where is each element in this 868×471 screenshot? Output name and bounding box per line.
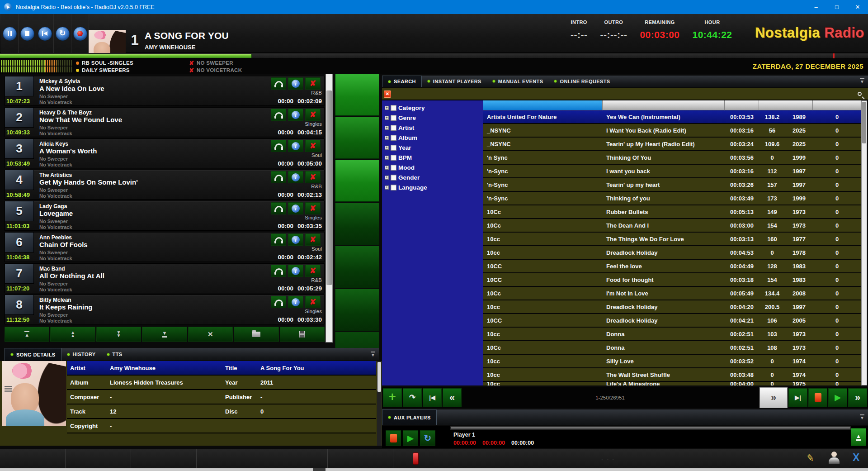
result-row[interactable]: 10CC Dreadlock Holiday 00:04:21 106 2005… <box>483 314 861 328</box>
clear-search-button[interactable]: ✕ <box>384 90 391 98</box>
playlist-scrollbar[interactable] <box>326 74 333 343</box>
autodj-button[interactable] <box>335 74 379 116</box>
previous-button[interactable] <box>36 14 54 53</box>
column-header[interactable] <box>759 100 785 110</box>
move-to-top-button[interactable]: ▲ <box>5 327 49 342</box>
details-scrollbar[interactable] <box>377 361 382 446</box>
add-to-playlist-button[interactable]: + <box>383 388 402 407</box>
tab-instant-players[interactable]: INSTANT PLAYERS <box>422 76 487 87</box>
first-page-button[interactable]: |◀ <box>423 388 442 407</box>
playlist-row[interactable]: 5 11:01:03 Lady Gaga Lovegame No Sweeper… <box>5 201 325 231</box>
collapse-aux-icon[interactable]: ▼ <box>860 414 864 420</box>
filter-checkbox[interactable] <box>391 135 396 141</box>
filter-tree-item-year[interactable]: + Year <box>382 143 483 152</box>
column-header[interactable] <box>785 100 813 110</box>
automated-button[interactable] <box>335 117 379 159</box>
tab-aux-players[interactable]: AUX PLAYERS <box>382 409 437 425</box>
expand-icon[interactable]: + <box>385 136 389 140</box>
last-page-button[interactable]: ▶| <box>788 388 807 407</box>
tab-song-details[interactable]: SONG DETAILS <box>5 348 61 361</box>
result-row[interactable]: 10cc Silly Love 00:03:52 0 1974 0 <box>483 355 861 368</box>
playlist-row[interactable]: 8 11:12:50 Bitty Mclean It Keeps Raining… <box>5 295 325 324</box>
playlist-row[interactable]: 4 10:58:49 The Artistics Get My Hands On… <box>5 170 325 200</box>
search-icon[interactable] <box>858 92 862 96</box>
aux-stop-button[interactable] <box>386 430 401 446</box>
preview-track-button[interactable] <box>271 265 286 277</box>
expand-icon[interactable]: + <box>385 126 389 130</box>
remove-track-button[interactable]: ✘ <box>305 202 321 214</box>
filter-checkbox[interactable] <box>391 125 396 131</box>
track-info-button[interactable]: i <box>288 233 303 246</box>
track-info-button[interactable]: i <box>288 77 303 90</box>
expand-icon[interactable]: + <box>385 146 389 150</box>
filter-checkbox[interactable] <box>391 155 396 161</box>
result-row[interactable]: 10Cc I'm Not In Love 00:05:49 134.4 2008… <box>483 287 861 300</box>
expand-icon[interactable]: + <box>385 116 389 120</box>
repeat-button[interactable]: ↻ <box>54 14 71 53</box>
playlist-row[interactable]: 6 11:04:38 Ann Peebles Chain Of Fools No… <box>5 232 325 262</box>
result-row[interactable]: 10cc Dreadlock Holiday 00:04:53 0 1978 0 <box>483 246 861 260</box>
column-header[interactable] <box>725 100 759 110</box>
remove-track-button[interactable]: ✘ <box>305 109 321 121</box>
filter-tree-item-artist[interactable]: + Artist <box>382 123 483 133</box>
move-to-bottom-button[interactable]: ▼ <box>142 327 187 342</box>
track-info-button[interactable]: i <box>288 109 303 121</box>
result-row[interactable]: _NSYNC Tearin' up My Heart (Radio Edit) … <box>483 138 861 151</box>
next-page-button[interactable]: » <box>760 387 788 408</box>
expand-icon[interactable]: + <box>385 176 389 180</box>
result-row[interactable]: 'n-Sync Tearin' up my heart 00:03:26 157… <box>483 178 861 192</box>
save-playlist-button[interactable] <box>280 327 325 342</box>
result-row[interactable]: 10Cc Donna 00:02:51 108 1973 0 <box>483 341 861 355</box>
preview-track-button[interactable] <box>271 140 286 152</box>
result-row[interactable]: 10Cc The Dean And I 00:03:00 154 1973 0 <box>483 219 861 233</box>
preview-track-button[interactable] <box>271 171 286 183</box>
playlist-scrollbar-thumb[interactable] <box>326 90 332 285</box>
record-button[interactable] <box>71 14 89 53</box>
column-header[interactable] <box>603 100 725 110</box>
stop-button[interactable] <box>19 14 36 53</box>
expand-icon[interactable]: + <box>385 106 389 110</box>
remove-track-button[interactable]: ✘ <box>305 140 321 152</box>
nav-playlist-builder[interactable] <box>66 449 131 468</box>
nav-metadata-export[interactable] <box>262 449 328 468</box>
nav-utilities[interactable] <box>197 449 262 468</box>
previous-page-button[interactable]: « <box>443 388 462 407</box>
expand-icon[interactable]: + <box>385 186 389 190</box>
filter-tree-item-mood[interactable]: + Mood <box>382 162 483 172</box>
replace-button[interactable] <box>335 203 379 245</box>
exit-icon[interactable]: X <box>853 452 859 464</box>
result-row[interactable]: 10cc Donna 00:02:51 103 1973 0 <box>483 328 861 341</box>
result-row[interactable]: 10CC Feel the love 00:04:49 128 1983 0 <box>483 260 861 273</box>
playlist-row[interactable]: 3 10:53:49 Alicia Keys A Woman's Worth N… <box>5 138 325 168</box>
remove-track-button[interactable]: ✘ <box>305 77 321 90</box>
fast-forward-button[interactable]: » <box>848 388 867 407</box>
preview-play-button[interactable]: ▶ <box>828 388 847 407</box>
close-button[interactable]: ✕ <box>847 0 868 14</box>
filter-tree-item-category[interactable]: + Category <box>382 103 483 113</box>
playlist-row[interactable]: 7 11:07:20 Mac Band All Or Nothing At Al… <box>5 263 325 293</box>
result-row[interactable]: 'n-Sync I want you back 00:03:16 112 199… <box>483 165 861 178</box>
tab-tts[interactable]: TTS <box>101 348 128 361</box>
user-icon[interactable] <box>828 452 840 465</box>
nav-audio-processing[interactable] <box>131 449 197 468</box>
filter-tree-item-genre[interactable]: + Genre <box>382 113 483 123</box>
aux-loop-button[interactable]: ↻ <box>420 430 435 446</box>
tab-manual-events[interactable]: MANUAL EVENTS <box>487 76 549 87</box>
input-button[interactable] <box>335 289 379 331</box>
aux-play-button[interactable]: ▶ <box>403 430 418 446</box>
result-row[interactable]: 10cc Dreadlock Holiday 00:04:20 200.5 19… <box>483 300 861 314</box>
filter-tree-item-gender[interactable]: + Gender <box>382 172 483 182</box>
move-up-button[interactable]: ▲ ▲ <box>50 327 95 342</box>
tab-online-requests[interactable]: ONLINE REQUESTS <box>548 76 615 87</box>
filter-tree-item-album[interactable]: + Album <box>382 133 483 143</box>
result-row[interactable]: 10cc Life's A Minestrone 00:04:00 0 1975… <box>483 382 861 385</box>
column-header[interactable] <box>483 100 603 110</box>
playlist-row[interactable]: 1 10:47:23 Mickey & Sylvia A New Idea On… <box>5 76 325 106</box>
track-info-button[interactable]: i <box>288 171 303 183</box>
shuffle-button[interactable]: ✕ <box>188 327 233 342</box>
result-row[interactable]: 'n Sync Thinking Of You 00:03:56 0 1999 … <box>483 151 861 165</box>
track-info-button[interactable]: i <box>288 296 303 308</box>
table-scrollbar[interactable] <box>861 100 867 385</box>
collapse-panel-icon[interactable]: ▼ <box>371 352 375 357</box>
details-scrollbar-thumb[interactable] <box>377 362 381 392</box>
